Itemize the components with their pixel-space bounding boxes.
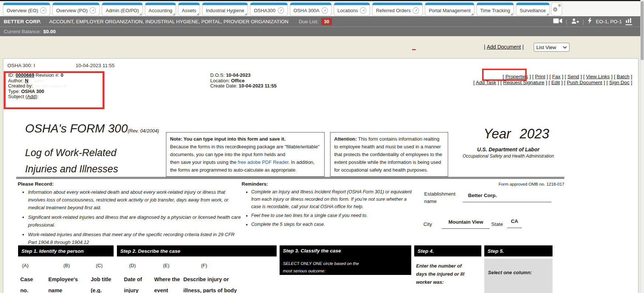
- state-label: State: [491, 221, 503, 227]
- actions-row-1: [ Properties ] [ Print ] [ Fax ] [ Send …: [473, 74, 632, 80]
- city-field[interactable]: Mountain View: [442, 219, 490, 229]
- column-label-employee: Employee'sname: [48, 274, 78, 293]
- balance-value: $0.00: [43, 29, 56, 34]
- form-revision: (Rev. 04/2004): [128, 128, 159, 134]
- scrollbar-thumb[interactable]: [641, 1, 644, 60]
- module-list: ACCOUNT, EMPLOYER ORGANIZATION, INDUSTRI…: [49, 19, 288, 24]
- reminders-heading: Reminders:: [242, 181, 268, 187]
- lightning-bolt-icon[interactable]: [588, 18, 592, 25]
- tab-fold-icon: [173, 13, 175, 15]
- tab-label: Referred Orders: [376, 8, 411, 13]
- column-letter-a: (A): [22, 263, 28, 268]
- year-value: 2023: [520, 126, 549, 141]
- please-record-bullet: Significant work-related injuries and il…: [28, 213, 241, 229]
- tab[interactable]: OSHA 300A ↗: [290, 3, 332, 16]
- tab-label: Locations: [337, 8, 358, 13]
- bar-chart-icon[interactable]: [626, 18, 632, 25]
- step1-header: Step 1. Identify the person: [18, 245, 114, 256]
- due-list-count-badge[interactable]: 30: [321, 18, 332, 25]
- tab-fold-icon: [139, 13, 142, 15]
- osha-form-title: OSHA's FORM 300(Rev. 04/2004): [25, 122, 159, 135]
- establishment-name-field[interactable]: Better Corp.: [463, 193, 551, 202]
- video-camera-icon[interactable]: [553, 18, 562, 25]
- tab[interactable]: Accounting ↗: [145, 3, 176, 16]
- divider: |: [566, 18, 567, 25]
- tab[interactable]: Referred Orders ↗: [372, 3, 423, 16]
- step5-instruction: Select one column:: [484, 259, 553, 275]
- author-link[interactable]: N: [25, 78, 28, 83]
- document-meta-block: ID: 0000669 Revision #: 0 Author: N·· ··…: [8, 73, 67, 100]
- tab[interactable]: Surveillance ↗: [516, 3, 550, 16]
- balance-bar: Current Balance: $0.00: [0, 27, 644, 36]
- due-list-label: Due List:: [299, 19, 318, 24]
- redacted-author: ·· ·····: [28, 78, 44, 83]
- document-datetime: 10-04-2023 11:55: [76, 63, 115, 68]
- establishment-label: Establishment name: [424, 190, 461, 205]
- action-link[interactable]: Add Task: [476, 80, 496, 85]
- created-by-row: Created by: ··· ···· ····· ··: [8, 83, 67, 89]
- tab[interactable]: Locations ↗: [334, 3, 370, 16]
- tab-label: Admin (EO/PO): [105, 8, 139, 13]
- action-link[interactable]: View Links: [586, 74, 610, 79]
- tab[interactable]: Assets ↗: [178, 3, 200, 16]
- tab-fold-icon: [510, 13, 513, 15]
- tab-label: Industrial Hygiene: [206, 8, 244, 13]
- tab[interactable]: Admin (EO/PO) ↗: [102, 3, 142, 16]
- document-title: OSHA 300: I: [7, 63, 35, 68]
- external-link-icon[interactable]: ↗: [413, 7, 419, 14]
- tab-fold-icon: [245, 13, 247, 15]
- state-field[interactable]: CA: [507, 218, 522, 228]
- please-record-bullet: Information about every work-related dea…: [28, 188, 241, 211]
- column-letter-b: (B): [63, 263, 70, 268]
- tab[interactable]: OSHA300 ↗: [250, 3, 288, 16]
- action-link[interactable]: Print: [535, 74, 546, 79]
- create-date-row: Create Date: 10-04-2023 11:55: [210, 83, 277, 89]
- author-row: Author: N·· ·····: [8, 78, 67, 84]
- reminder-bullet: Feel free to use two lines for a single …: [251, 212, 413, 219]
- step5-select-box: Select one column:: [484, 259, 553, 293]
- column-letter-c: (C): [96, 263, 103, 268]
- tab-strip: Overview (EO) ↗ Overview (PO) ↗ Admin (E…: [0, 1, 550, 16]
- column-letter-e: (E): [163, 263, 169, 268]
- separator: |: [522, 44, 524, 50]
- action-link[interactable]: Fax: [552, 74, 561, 79]
- tab[interactable]: Portal Management ↗: [425, 3, 474, 16]
- city-label: City: [423, 221, 432, 227]
- step3-instruction: SELECT ONLY ONE circle based on the most…: [283, 260, 408, 275]
- step4-instruction: Enter the number of days the injured or …: [416, 262, 464, 286]
- subject-add-link[interactable]: Add: [27, 94, 35, 99]
- balance-label: Current Balance:: [4, 29, 41, 34]
- pdf-reader-link[interactable]: free adobe PDF Reader: [238, 159, 288, 165]
- vertical-scrollbar[interactable]: [640, 0, 644, 293]
- view-mode-select[interactable]: List View: [534, 43, 569, 52]
- tab[interactable]: Time Tracking ↗: [477, 3, 514, 16]
- tab[interactable]: Overview (EO) ↗: [3, 3, 50, 16]
- document-toolbar: |Add Document|: [482, 44, 525, 50]
- external-link-icon[interactable]: ↗: [322, 7, 328, 14]
- account-header-bar: BETTER CORP. ACCOUNT, EMPLOYER ORGANIZAT…: [0, 16, 644, 27]
- action-link[interactable]: Properties: [505, 74, 528, 79]
- action-link[interactable]: Sign Doc: [609, 80, 630, 85]
- add-person-icon[interactable]: [571, 18, 579, 25]
- document-id-link[interactable]: 0000669: [15, 72, 34, 78]
- please-record-heading: Please Record:: [18, 181, 54, 187]
- external-link-icon[interactable]: ↗: [360, 7, 366, 14]
- action-link[interactable]: Push Document: [567, 80, 602, 85]
- tab-fold-icon: [471, 13, 473, 15]
- add-document-link[interactable]: Add Document: [487, 44, 521, 50]
- column-label-job-title: Job title(e.g.: [91, 274, 111, 293]
- tab[interactable]: Industrial Hygiene ↗: [202, 3, 248, 16]
- action-link[interactable]: Send: [567, 74, 579, 79]
- tab-label: Portal Management: [429, 8, 470, 13]
- column-label-where: Where theevent: [154, 274, 180, 293]
- external-link-icon[interactable]: ↗: [278, 7, 284, 14]
- action-link[interactable]: Batch: [617, 74, 630, 79]
- note-box: Note: You can type input into this form …: [166, 132, 325, 177]
- tab[interactable]: Overview (PO) ↗: [52, 3, 100, 16]
- external-link-icon[interactable]: ↗: [90, 7, 96, 14]
- external-link-icon[interactable]: ↗: [40, 7, 46, 14]
- action-link[interactable]: Edit: [551, 80, 560, 85]
- settings-gears-button[interactable]: ⚙ ⚙: [551, 3, 562, 16]
- action-link[interactable]: Request Signature: [503, 80, 544, 85]
- location-row: Location: Office: [210, 78, 277, 84]
